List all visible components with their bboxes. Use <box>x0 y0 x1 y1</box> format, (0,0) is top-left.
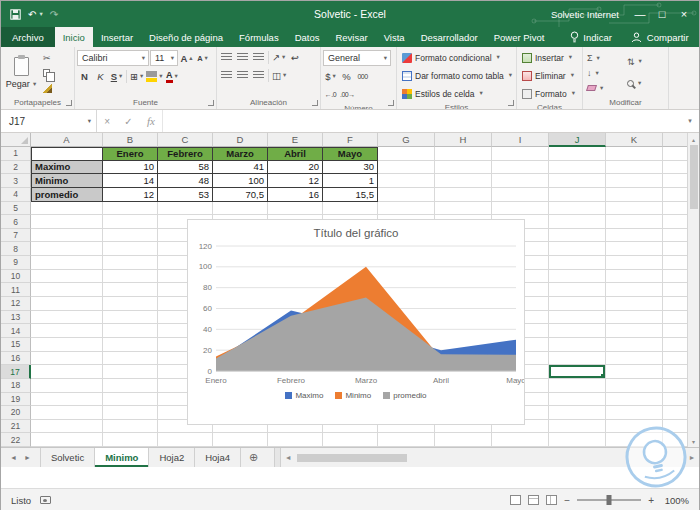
ribbon-tab-diseno-de-pagina[interactable]: Diseño de página <box>141 27 231 47</box>
row-header-18[interactable]: 18 <box>1 379 31 393</box>
decrease-decimal-button[interactable]: .00→ <box>339 87 356 102</box>
cell-H22[interactable] <box>435 433 492 447</box>
row-header-1[interactable]: 1 <box>1 147 31 161</box>
cell-J13[interactable] <box>549 311 606 325</box>
cell-B8[interactable] <box>103 242 158 256</box>
align-top-button[interactable] <box>219 50 234 65</box>
cell-B3[interactable]: 14 <box>103 174 158 188</box>
redo-button[interactable]: ↷ <box>50 9 58 20</box>
cell-D3[interactable]: 100 <box>213 174 268 188</box>
cell-J4[interactable] <box>549 188 606 202</box>
zoom-in-icon[interactable]: + <box>648 495 654 506</box>
cell-H3[interactable] <box>435 174 492 188</box>
cell-A22[interactable] <box>31 433 103 447</box>
cell-J15[interactable] <box>549 338 606 352</box>
ribbon-tab-revisar[interactable]: Revisar <box>327 27 375 47</box>
row-header-8[interactable]: 8 <box>1 242 31 256</box>
undo-button[interactable]: ↶▾ <box>28 9 43 20</box>
column-header-d[interactable]: D <box>213 133 268 147</box>
cell-K10[interactable] <box>606 270 663 284</box>
cell-J9[interactable] <box>549 256 606 270</box>
row-header-6[interactable]: 6 <box>1 215 31 229</box>
cell-A10[interactable] <box>31 270 103 284</box>
cell-J20[interactable] <box>549 406 606 420</box>
currency-format-button[interactable]: $▾ <box>323 69 338 84</box>
copy-button[interactable] <box>41 66 54 80</box>
row-header-14[interactable]: 14 <box>1 324 31 338</box>
column-header-k[interactable]: K <box>606 133 663 147</box>
cell-F3[interactable]: 1 <box>323 174 378 188</box>
column-header-h[interactable]: H <box>435 133 492 147</box>
cell-H4[interactable] <box>435 188 492 202</box>
cell-K16[interactable] <box>606 352 663 366</box>
cell-K5[interactable] <box>606 202 663 216</box>
cell-A17[interactable] <box>31 365 103 379</box>
cell-E22[interactable] <box>268 433 323 447</box>
account-name[interactable]: Solvetic Internet <box>551 9 619 20</box>
cell-K4[interactable] <box>606 188 663 202</box>
close-button[interactable]: × <box>673 1 695 27</box>
maximize-button[interactable]: □ <box>651 1 673 27</box>
row-header-7[interactable]: 7 <box>1 229 31 243</box>
decrease-font-button[interactable]: A▾ <box>195 51 210 66</box>
row-header-20[interactable]: 20 <box>1 406 31 420</box>
zoom-out-icon[interactable]: − <box>564 495 570 506</box>
cell-I3[interactable] <box>492 174 549 188</box>
cell-B17[interactable] <box>103 365 158 379</box>
cell-A16[interactable] <box>31 352 103 366</box>
cell-K6[interactable] <box>606 215 663 229</box>
cell-I1[interactable] <box>492 147 549 161</box>
ribbon-tab-power-pivot[interactable]: Power Pivot <box>486 27 553 47</box>
align-center-button[interactable] <box>235 68 250 83</box>
cell-J11[interactable] <box>549 283 606 297</box>
column-header-g[interactable]: G <box>378 133 435 147</box>
styles-dialog-launcher-icon[interactable] <box>508 100 514 106</box>
cancel-formula-icon[interactable]: × <box>104 116 110 127</box>
row-header-21[interactable]: 21 <box>1 420 31 434</box>
ribbon-tab-datos[interactable]: Datos <box>287 27 328 47</box>
cell-K13[interactable] <box>606 311 663 325</box>
cell-B13[interactable] <box>103 311 158 325</box>
cell-H5[interactable] <box>435 202 492 216</box>
cell-G2[interactable] <box>378 161 435 175</box>
cell-K2[interactable] <box>606 161 663 175</box>
cell-C22[interactable] <box>158 433 213 447</box>
scroll-right-icon[interactable]: ► <box>685 454 699 461</box>
horizontal-scrollbar[interactable]: ◄ ► <box>281 448 699 467</box>
column-header-e[interactable]: E <box>268 133 323 147</box>
cell-B7[interactable] <box>103 229 158 243</box>
cell-K11[interactable] <box>606 283 663 297</box>
cell-B12[interactable] <box>103 297 158 311</box>
sheet-tab-hoja2[interactable]: Hoja2 <box>149 448 195 467</box>
sheet-tab-solvetic[interactable]: Solvetic <box>40 448 95 467</box>
ribbon-tab-insertar[interactable]: Insertar <box>93 27 141 47</box>
cell-I22[interactable] <box>492 433 549 447</box>
fill-color-button[interactable]: ▾ <box>145 69 163 84</box>
vertical-scroll-track[interactable] <box>688 145 699 435</box>
cell-A2[interactable]: Maximo <box>31 161 103 175</box>
cell-G5[interactable] <box>378 202 435 216</box>
cell-A5[interactable] <box>31 202 103 216</box>
cell-K9[interactable] <box>606 256 663 270</box>
percent-format-button[interactable]: % <box>339 69 354 84</box>
row-header-19[interactable]: 19 <box>1 393 31 407</box>
embedded-chart[interactable]: Título del gráfico 020406080100120EneroF… <box>187 219 525 425</box>
cell-B19[interactable] <box>103 393 158 407</box>
cell-A14[interactable] <box>31 324 103 338</box>
cell-B20[interactable] <box>103 406 158 420</box>
clipboard-dialog-launcher-icon[interactable] <box>66 100 72 106</box>
underline-button[interactable]: S▾ <box>109 69 124 84</box>
cell-J1[interactable] <box>549 147 606 161</box>
save-button[interactable] <box>10 9 21 20</box>
sheet-tab-hoja4[interactable]: Hoja4 <box>195 448 241 467</box>
cell-E3[interactable]: 12 <box>268 174 323 188</box>
align-left-button[interactable] <box>219 68 234 83</box>
comma-format-button[interactable]: 000 <box>355 69 370 84</box>
cell-J8[interactable] <box>549 242 606 256</box>
cell-J21[interactable] <box>549 420 606 434</box>
cell-G4[interactable] <box>378 188 435 202</box>
formula-input[interactable] <box>163 110 681 132</box>
cell-F5[interactable] <box>323 202 378 216</box>
column-header-c[interactable]: C <box>158 133 213 147</box>
row-header-5[interactable]: 5 <box>1 202 31 216</box>
